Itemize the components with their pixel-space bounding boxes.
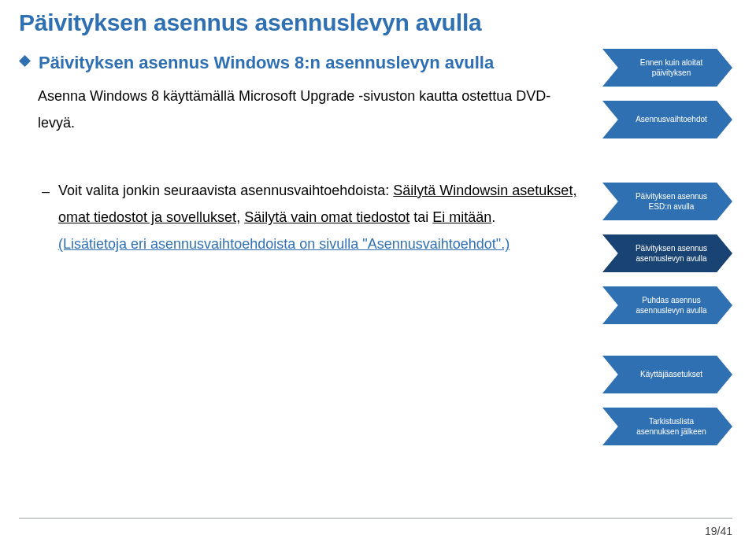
footer-divider — [19, 518, 732, 519]
nav-user-settings[interactable]: Käyttäjäasetukset — [602, 356, 732, 393]
page-number: 19/41 — [705, 525, 732, 537]
nav-clean-install[interactable]: Puhdas asennus asennuslevyn avulla — [602, 286, 732, 324]
section-subtitle: Päivityksen asennus Windows 8:n asennusl… — [39, 52, 494, 75]
dash-bullet-icon: – — [41, 178, 50, 205]
step-nav: Ennen kuin aloitat päivityksen Asennusva… — [602, 49, 732, 445]
nav-install-options[interactable]: Asennusvaihtoehdot — [602, 101, 732, 138]
nav-install-esd[interactable]: Päivityksen asennus ESD:n avulla — [602, 183, 732, 220]
option-list-text: Voit valita jonkin seuraavista asennusva… — [58, 177, 579, 258]
nav-group-post: Käyttäjäasetukset Tarkistuslista asennuk… — [602, 356, 732, 445]
list-pre: Voit valita jonkin seuraavista asennusva… — [58, 183, 393, 198]
page-title: Päivityksen asennus asennuslevyn avulla — [19, 9, 732, 36]
nav-group-install: Päivityksen asennus ESD:n avulla Päivity… — [602, 183, 732, 324]
period: . — [491, 209, 495, 225]
option-keep-files: Säilytä vain omat tiedostot — [244, 209, 410, 225]
nav-install-disc[interactable]: Päivityksen asennus asennuslevyn avulla — [602, 234, 732, 272]
nav-checklist[interactable]: Tarkistuslista asennuksen jälkeen — [602, 408, 732, 445]
nav-before-start[interactable]: Ennen kuin aloitat päivityksen — [602, 49, 732, 87]
section-body: Asenna Windows 8 käyttämällä Microsoft U… — [38, 83, 579, 136]
main-content: Päivityksen asennus Windows 8:n asennusl… — [19, 52, 587, 258]
option-none: Ei mitään — [432, 209, 491, 225]
sep: , — [236, 209, 244, 225]
sep: tai — [410, 209, 432, 225]
svg-marker-0 — [19, 55, 31, 67]
diamond-bullet-icon — [19, 55, 31, 67]
more-info-link[interactable]: (Lisätietoja eri asennusvaihtoehdoista o… — [58, 236, 510, 252]
